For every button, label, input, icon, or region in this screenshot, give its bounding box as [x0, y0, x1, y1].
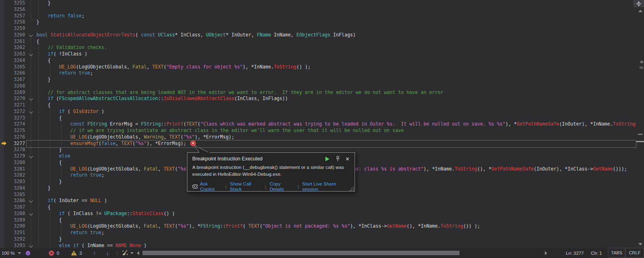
code-line[interactable]: 3272 if ( GIsEditor ) [0, 109, 636, 115]
error-indicator[interactable]: 0 [49, 248, 59, 258]
scroll-left-arrow[interactable] [137, 251, 139, 255]
code-line[interactable]: 3293 else if ( InName == NAME_None ) [0, 243, 636, 248]
line-number[interactable]: 3260 [11, 32, 25, 38]
scroll-down-arrow[interactable] [638, 243, 642, 245]
warning-indicator[interactable]: 3 [71, 248, 82, 258]
line-number[interactable]: 3284 [11, 185, 25, 192]
line-number[interactable]: 3269 [11, 90, 25, 96]
code-line[interactable]: 3270 if (FScopedAllowAbstractClassAlloca… [0, 96, 636, 102]
code-line[interactable]: 3289 { [0, 217, 636, 224]
line-number[interactable]: 3271 [11, 102, 25, 109]
scroll-right-arrow[interactable] [545, 251, 547, 255]
code-line[interactable]: 3271 { [0, 102, 636, 109]
code-line[interactable]: 3285 [0, 192, 636, 198]
code-line[interactable]: 3262 // Validation checks. [0, 45, 636, 51]
code-line[interactable]: 3276 UE_LOG(LogUObjectGlobals, Warning, … [0, 134, 636, 141]
code-line[interactable]: 3264 { [0, 58, 636, 64]
code-line[interactable]: 3258} [0, 19, 636, 26]
line-number[interactable]: 3265 [11, 64, 25, 70]
code-line[interactable]: 3256 [0, 6, 636, 13]
code-line[interactable]: 3273 { [0, 115, 636, 122]
fold-toggle[interactable] [25, 243, 36, 248]
code-line[interactable]: 3267 } [0, 77, 636, 83]
copy-details-link[interactable]: Copy Details [270, 181, 295, 192]
code-line[interactable]: 3257 return false; [0, 13, 636, 19]
line-number[interactable]: 3278 [11, 147, 25, 153]
line-number[interactable]: 3289 [11, 217, 25, 224]
code-line[interactable]: 3268 [0, 83, 636, 90]
code-line[interactable]: 3263 if( !InClass ) [0, 51, 636, 58]
code-line[interactable]: 3259 [0, 26, 636, 32]
line-number[interactable]: 3270 [11, 96, 25, 102]
code-text: // Validation checks. [36, 45, 636, 51]
code-line[interactable]: 3287 { [0, 204, 636, 211]
code-line[interactable]: 3274 const FString ErrorMsg = FString::P… [0, 121, 636, 128]
prev-issue-button[interactable]: ↑ [93, 248, 96, 258]
code-line[interactable]: 3286 if( InOuter == NULL ) [0, 198, 636, 204]
line-number[interactable]: 3274 [11, 121, 25, 128]
line-number[interactable]: 3282 [11, 172, 25, 179]
copilot-status-button[interactable] [25, 248, 31, 258]
horizontal-scrollbar-thumb[interactable] [142, 251, 459, 255]
line-number[interactable]: 3257 [11, 13, 25, 19]
code-line[interactable]: 3260bool StaticAllocateObjectErrorTests(… [0, 32, 636, 38]
line-number[interactable]: 3283 [11, 179, 25, 185]
breakpoint-margin[interactable] [0, 0, 4, 248]
code-line[interactable]: 3255 } [0, 0, 636, 6]
line-number[interactable]: 3264 [11, 58, 25, 64]
line-number[interactable]: 3287 [11, 204, 25, 211]
code-line[interactable]: 3292 } [0, 236, 636, 243]
vertical-scrollbar[interactable] [636, 0, 644, 248]
line-number[interactable]: 3266 [11, 70, 25, 77]
line-number[interactable]: 3292 [11, 236, 25, 243]
line-number[interactable]: 3273 [11, 115, 25, 122]
dialog-resize-grip[interactable] [350, 187, 354, 190]
line-number[interactable]: 3255 [11, 0, 25, 6]
code-editor[interactable]: 3255 }32563257 return false;3258}3259326… [0, 0, 636, 248]
split-editor-handle[interactable] [633, 0, 644, 7]
line-number[interactable]: 3259 [11, 26, 25, 32]
line-number[interactable]: 3261 [11, 38, 25, 45]
code-line[interactable]: 3275 // if we are trying instantiate an … [0, 128, 636, 134]
line-number[interactable]: 3262 [11, 45, 25, 51]
line-number[interactable]: 3275 [11, 128, 25, 134]
line-number[interactable]: 3276 [11, 134, 25, 141]
zoom-control[interactable]: 100 % [2, 248, 21, 258]
current-statement-highlight [26, 140, 636, 148]
line-number[interactable]: 3279 [11, 153, 25, 160]
line-number[interactable]: 3268 [11, 83, 25, 90]
line-number[interactable]: 3267 [11, 77, 25, 83]
next-issue-button[interactable]: ↓ [106, 248, 109, 258]
show-call-stack-link[interactable]: Show Call Stack [230, 181, 262, 192]
line-number[interactable]: 3288 [11, 211, 25, 217]
pin-button[interactable] [335, 156, 340, 162]
code-line[interactable]: 3265 UE_LOG(LogUObjectGlobals, Fatal, TE… [0, 64, 636, 70]
line-number[interactable]: 3272 [11, 109, 25, 115]
fold-toggle[interactable] [25, 32, 36, 38]
splitter-icon [635, 1, 642, 6]
code-line[interactable]: 3266 return true; [0, 70, 636, 77]
close-button[interactable]: ✕ [345, 156, 350, 162]
line-number[interactable]: 3291 [11, 230, 25, 236]
line-number[interactable]: 3256 [11, 6, 25, 13]
ask-copilot-link[interactable]: Ask Copilot [200, 181, 222, 192]
line-number[interactable]: 3280 [11, 160, 25, 166]
code-line[interactable]: 3269 // for abstract classes that are be… [0, 90, 636, 96]
continue-button[interactable] [325, 156, 330, 162]
start-live-share-link[interactable]: Start Live Share session [302, 181, 350, 192]
line-number[interactable]: 3258 [11, 19, 25, 26]
line-number[interactable]: 3293 [11, 243, 25, 248]
scroll-up-arrow[interactable] [638, 10, 642, 12]
code-line[interactable]: 3288 if ( InClass != UPackage::StaticCla… [0, 211, 636, 217]
line-number[interactable]: 3290 [11, 223, 25, 230]
code-line[interactable]: 3290 UE_LOG(LogUObjectGlobals, Fatal, TE… [0, 223, 636, 230]
line-number[interactable]: 3286 [11, 198, 25, 204]
code-line[interactable]: 3261{ [0, 38, 636, 45]
line-number[interactable]: 3281 [11, 166, 25, 173]
play-icon [325, 156, 330, 162]
code-cleanup-button[interactable] [121, 248, 134, 258]
code-line[interactable]: 3291 return true; [0, 230, 636, 236]
line-number[interactable]: 3277 [11, 141, 25, 147]
line-number[interactable]: 3285 [11, 192, 25, 198]
line-number[interactable]: 3263 [11, 51, 25, 58]
